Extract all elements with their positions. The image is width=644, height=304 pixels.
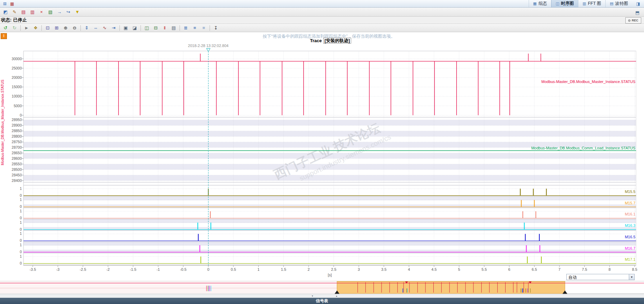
tab-configuration[interactable]: ▦组态 — [529, 0, 551, 7]
zoom-region-icon[interactable]: ⊡ — [44, 24, 52, 32]
x-tick-label: 4.5 — [431, 267, 436, 271]
splitter-expand-icon[interactable]: ▴ — [336, 294, 337, 298]
x-tick-label: 6 — [508, 267, 510, 271]
import-measurement-icon[interactable]: ↪ — [64, 8, 73, 16]
x-tick-label: 0.5 — [231, 267, 236, 271]
signal-label: M16.3 — [625, 223, 635, 228]
splitter-collapse-icon[interactable]: ▾ — [312, 294, 313, 298]
measure-horizontal-icon[interactable]: ⊟ — [152, 24, 160, 32]
stripe-band — [23, 242, 636, 246]
forward-view-icon[interactable]: ↻ — [10, 24, 19, 32]
tabbar-left-icons: ⊞▦ — [0, 0, 17, 7]
maximize-pane-icon[interactable]: ↥ — [1, 33, 7, 39]
signal-label: Modbus-Master_DB.Modbus_Master_Instance.… — [541, 80, 635, 84]
toolbar-separator — [80, 25, 81, 31]
toolbar-separator — [180, 25, 180, 31]
legend-right-icon[interactable]: ≡ — [200, 24, 208, 32]
legend-left-icon[interactable]: ≡ — [191, 24, 199, 32]
trace-chart-add-icon[interactable]: ▥ — [28, 8, 37, 16]
compare-snapshot-icon[interactable]: ◪ — [131, 24, 139, 32]
signal-label: M15.5 — [625, 190, 635, 194]
add-measurement-icon[interactable]: ▧ — [46, 8, 55, 16]
chart-title-trace-name: [安装的轨迹] — [323, 38, 352, 44]
tabbar-spacer — [17, 0, 529, 7]
x-tick-label: -3 — [56, 267, 60, 271]
legend-numbered-icon[interactable]: ≣ — [182, 24, 190, 32]
export-measurement-icon[interactable]: → — [55, 8, 64, 16]
y-tick-label: 1 — [20, 186, 22, 191]
trace-toolbar-icons: ◩✎▤▥×▧→↪▼ — [1, 8, 82, 16]
stripe-band — [23, 219, 636, 223]
y-tick-label: 20000 — [12, 75, 22, 80]
detach-view-icon[interactable]: ⬒ — [633, 9, 642, 16]
y-tick-label: 28450 — [12, 173, 22, 177]
trace-chart-icon[interactable]: ▤ — [19, 8, 28, 16]
stripe-band — [23, 196, 636, 200]
measurement-list-icon[interactable]: ▦ — [9, 1, 15, 7]
signal-table-bar[interactable]: 信号表 — [0, 298, 644, 304]
toolbar-separator — [141, 25, 141, 31]
y-tick-label: 0 — [20, 261, 22, 265]
x-tick-label: 5 — [458, 267, 460, 271]
rec-indicator[interactable]: REC — [625, 17, 641, 24]
stripe-band — [23, 131, 636, 137]
y-tick-label: 28550 — [12, 162, 22, 166]
tab-configuration-icon: ▦ — [533, 1, 537, 6]
measure-vertical-icon[interactable]: ◫ — [143, 24, 151, 32]
y-tick-label: 28500 — [12, 167, 22, 172]
snapshot-icon[interactable]: ▣ — [122, 24, 130, 32]
y-tick-label: 28850 — [12, 129, 22, 133]
chart-toolbar-icons: ↺↻►❖⊡⊞⊕⊖⇕⇔∿⇥▣◪◫⊟‖▤≣≡≡↧ — [1, 24, 220, 32]
signal-label: Modbus-Master_DB.Modbus_Comm_Load_Instan… — [531, 146, 635, 150]
window-dock-icon[interactable]: ◨ — [635, 1, 641, 7]
y-tick-label: 5000 — [14, 104, 22, 108]
y-tick-label: 10000 — [12, 94, 22, 98]
tab-bode-diagram[interactable]: ▤波特图 — [605, 0, 632, 7]
tab-bode-diagram-icon: ▤ — [610, 1, 613, 6]
time-range-select[interactable]: 自动 ▼ — [566, 274, 635, 280]
align-trigger-icon[interactable]: ⇥ — [109, 24, 118, 32]
x-tick-label: 7 — [558, 267, 560, 271]
chevron-down-icon[interactable]: ▼ — [629, 274, 634, 280]
cursor-measure-icon[interactable]: ‖ — [161, 24, 169, 32]
x-tick-label: 0 — [207, 267, 209, 271]
x-tick-label: 1 — [257, 267, 259, 271]
filter-icon[interactable]: ▼ — [73, 8, 81, 16]
status-bar: 状态: 已停止 REC — [0, 17, 644, 24]
y-tick-label: 1 — [20, 231, 22, 236]
tab-label: 时序图 — [561, 1, 574, 7]
x-tick-label: -2 — [106, 267, 110, 271]
x-tick-label: -2.5 — [80, 267, 86, 271]
delete-trace-icon[interactable]: × — [37, 8, 46, 16]
y-tick-label: 15000 — [12, 85, 22, 89]
stripe-band — [23, 204, 636, 208]
zoom-in-icon[interactable]: ⊕ — [61, 24, 70, 32]
y-tick-label: 0 — [20, 204, 22, 209]
y-tick-label: 1 — [20, 220, 22, 224]
scale-x-100-icon[interactable]: ⇔ — [92, 24, 100, 32]
tab-timing-diagram[interactable]: ◫时序图 — [551, 0, 578, 7]
y-tick-label: 1 — [20, 209, 22, 213]
scale-y-100-icon[interactable]: ⇕ — [83, 24, 91, 32]
overview-toggle-icon[interactable]: ▤ — [170, 24, 178, 32]
status-value: 已停止 — [13, 17, 27, 23]
trace-compare-icon[interactable]: ◩ — [1, 8, 10, 16]
y-tick-label: 1 — [20, 197, 22, 202]
edit-signals-icon[interactable]: ✎ — [10, 8, 19, 16]
zoom-time-region-icon[interactable]: ⊞ — [52, 24, 61, 32]
trace-toolbar: ◩✎▤▥×▧→↪▼ ⬒ — [0, 8, 644, 17]
trace-chart-canvas: 西门子工业 技术论坛support.industry.siemens.com/c… — [0, 0, 644, 304]
tab-fft-diagram-icon: ▥ — [583, 1, 586, 6]
pan-mode-icon[interactable]: ❖ — [31, 24, 40, 32]
save-view-icon[interactable]: ↧ — [212, 24, 220, 32]
zoom-out-icon[interactable]: ⊖ — [70, 24, 79, 32]
autoscale-icon[interactable]: ∿ — [100, 24, 109, 32]
rec-dot-icon — [628, 19, 631, 22]
x-unit-label: [s] — [328, 273, 332, 277]
select-mode-icon[interactable]: ► — [22, 24, 31, 32]
tab-label: 波特图 — [615, 1, 628, 7]
horizontal-splitter[interactable]: ▾ ▴ — [0, 294, 644, 298]
back-view-icon[interactable]: ↺ — [1, 24, 10, 32]
trace-tasks-icon[interactable]: ⊞ — [2, 1, 8, 7]
tab-fft-diagram[interactable]: ▥FFT 图 — [578, 0, 605, 7]
